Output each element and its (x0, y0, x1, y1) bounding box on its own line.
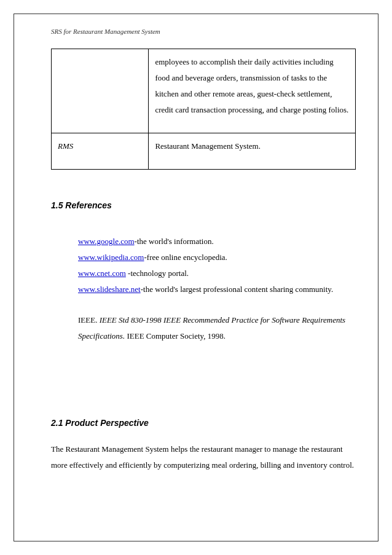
ieee-reference: IEEE. IEEE Std 830-1998 IEEE Recommended… (78, 312, 356, 344)
reference-tail: -the world's information. (135, 237, 214, 246)
ieee-pre: IEEE. (78, 315, 100, 325)
ieee-post: IEEE Computer Society, 1998. (125, 331, 225, 340)
reference-line: www.google.com-the world's information. (78, 234, 356, 250)
table-row: employees to accomplish their daily acti… (52, 49, 356, 133)
reference-link[interactable]: www.google.com (78, 237, 135, 246)
term-cell: RMS (52, 133, 149, 170)
reference-tail: -free online encyclopedia. (144, 253, 227, 262)
definitions-table: employees to accomplish their daily acti… (51, 49, 356, 170)
product-perspective-heading: 2.1 Product Perspective (51, 418, 356, 428)
references-heading: 1.5 References (51, 200, 356, 210)
product-perspective-body: The Restaurant Management System helps t… (51, 441, 356, 473)
references-block: www.google.com-the world's information. … (78, 234, 356, 297)
table-row: RMS Restaurant Management System. (52, 133, 356, 170)
reference-tail: -the world's largest professional conten… (141, 285, 334, 294)
reference-tail: -technology portal. (126, 269, 189, 278)
page-frame: SRS for Restaurant Management System emp… (14, 14, 378, 541)
page-header: SRS for Restaurant Management System (51, 28, 356, 35)
reference-link[interactable]: www.wikipedia.com (78, 253, 144, 262)
reference-link[interactable]: www.slideshare.net (78, 285, 141, 294)
reference-link[interactable]: www.cnet.com (78, 269, 126, 278)
definition-cell: employees to accomplish their daily acti… (149, 49, 356, 133)
reference-line: www.wikipedia.com-free online encycloped… (78, 250, 356, 266)
definition-cell: Restaurant Management System. (149, 133, 356, 170)
reference-line: www.cnet.com -technology portal. (78, 266, 356, 281)
term-cell-empty (52, 49, 149, 133)
reference-line: www.slideshare.net-the world's largest p… (78, 281, 356, 297)
